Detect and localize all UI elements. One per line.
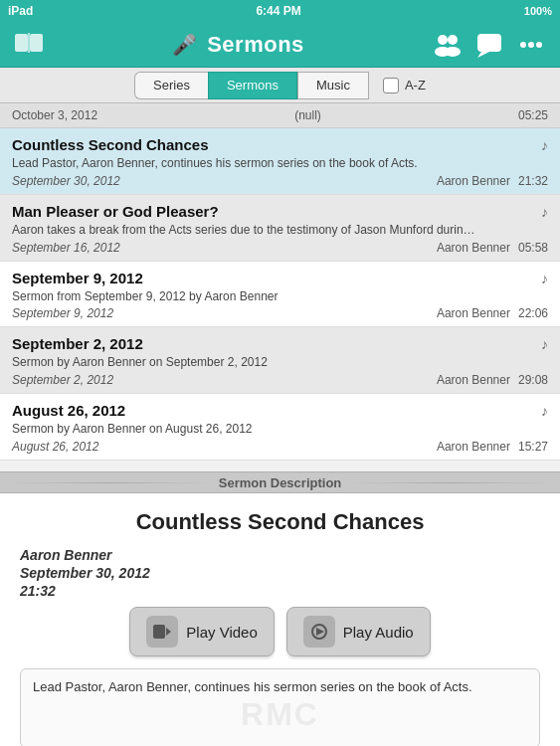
item-author: Aaron Benner [437,241,510,255]
item-title: September 2, 2012 [12,335,533,352]
ipad-label: iPad [8,4,33,18]
note-icon: ♪ [541,137,548,153]
sermon-list-item[interactable]: August 26, 2012 ♪ Sermon by Aaron Benner… [0,394,560,461]
note-icon: ♪ [541,271,548,286]
section-divider: Sermon Description [0,471,560,493]
item-date: September 9, 2012 [12,306,113,320]
svg-point-4 [448,35,458,45]
sermon-items-container: Countless Second Chances ♪ Lead Pastor, … [0,128,560,461]
item-description: Aaron takes a break from the Acts series… [12,222,548,239]
note-icon: ♪ [541,336,548,352]
mic-icon[interactable]: 🎤 [172,33,197,57]
watermark: RMC [241,696,319,733]
item-date: September 16, 2012 [12,241,120,255]
chat-icon[interactable] [470,26,508,64]
header-right-icons [429,26,550,64]
item-title: Countless Second Chances [12,136,533,153]
item-author: Aaron Benner [437,440,510,454]
divider-label: Sermon Description [219,475,342,490]
detail-description-box: Lead Pastor, Aaron Benner, continues his… [20,668,540,746]
item-author-time: Aaron Benner 21:32 [437,174,548,188]
item-description: Lead Pastor, Aaron Benner, continues his… [12,155,548,172]
tab-series[interactable]: Series [134,72,208,99]
item-duration: 22:06 [518,306,548,320]
svg-marker-13 [166,628,171,636]
play-audio-label: Play Audio [343,624,414,641]
svg-rect-7 [477,34,501,52]
svg-point-6 [445,47,461,57]
detail-title: Countless Second Chances [20,509,540,535]
svg-point-11 [536,42,542,48]
app-header: 🎤 Sermons [0,22,560,68]
sermon-list-item[interactable]: September 2, 2012 ♪ Sermon by Aaron Benn… [0,327,560,394]
status-bar: iPad 6:44 PM 100% [0,0,560,22]
battery-label: 100% [524,5,552,17]
item-description: Sermon by Aaron Benner on September 2, 2… [12,354,548,371]
item-date: September 2, 2012 [12,373,113,387]
null-item-duration: 05:25 [518,108,548,122]
sermon-list-item[interactable]: Countless Second Chances ♪ Lead Pastor, … [0,128,560,195]
status-left: iPad [8,4,33,18]
svg-marker-15 [316,628,324,636]
null-list-item[interactable]: October 3, 2012 (null) 05:25 [0,103,560,128]
item-author-time: Aaron Benner 29:08 [437,373,548,387]
play-audio-button[interactable]: Play Audio [286,607,431,656]
item-title: Man Pleaser or God Pleaser? [12,203,533,220]
divider-line-right [349,482,552,483]
svg-point-10 [528,42,534,48]
back-icon[interactable] [10,26,48,64]
item-duration: 21:32 [518,174,548,188]
note-icon: ♪ [541,204,548,220]
svg-point-9 [520,42,526,48]
item-author-time: Aaron Benner 22:06 [437,306,548,320]
item-author-time: Aaron Benner 15:27 [437,440,548,454]
item-description: Sermon from September 9, 2012 by Aaron B… [12,288,548,305]
people-icon[interactable] [429,26,467,64]
detail-description-text: Lead Pastor, Aaron Benner, continues his… [33,679,472,694]
svg-point-3 [438,35,448,45]
note-icon: ♪ [541,403,548,419]
item-date: August 26, 2012 [12,440,98,454]
item-duration: 05:58 [518,241,548,255]
az-checkbox[interactable] [383,78,399,93]
sermon-description-panel: Countless Second Chances Aaron Benner Se… [0,493,560,746]
item-title: August 26, 2012 [12,402,533,419]
sermon-list-item[interactable]: September 9, 2012 ♪ Sermon from Septembe… [0,262,560,328]
az-label: A-Z [405,78,426,93]
null-item-tag: (null) [294,108,321,122]
status-right: 100% [524,5,552,17]
item-duration: 29:08 [518,373,548,387]
item-author: Aaron Benner [437,373,510,387]
item-author-time: Aaron Benner 05:58 [437,241,548,255]
item-duration: 15:27 [518,440,548,454]
video-icon [146,616,178,648]
item-description: Sermon by Aaron Benner on August 26, 201… [12,421,548,438]
play-video-label: Play Video [186,624,257,641]
sermon-list-item[interactable]: Man Pleaser or God Pleaser? ♪ Aaron take… [0,195,560,262]
svg-rect-2 [28,33,30,53]
az-toggle[interactable]: A-Z [383,78,426,93]
tab-sermons[interactable]: Sermons [208,72,297,99]
item-author: Aaron Benner [437,306,510,320]
null-item-date: October 3, 2012 [12,108,97,122]
item-date: September 30, 2012 [12,174,120,188]
audio-icon [303,616,335,648]
detail-duration: 21:32 [20,583,540,599]
svg-rect-1 [30,34,43,52]
status-time: 6:44 PM [256,4,300,18]
svg-rect-12 [153,625,165,639]
detail-date: September 30, 2012 [20,565,540,581]
item-author: Aaron Benner [437,174,510,188]
svg-rect-0 [15,34,28,52]
sermon-list: October 3, 2012 (null) 05:25 Countless S… [0,103,560,471]
svg-marker-8 [477,52,489,58]
detail-author: Aaron Benner [20,547,540,563]
more-icon[interactable] [512,26,550,64]
tab-music[interactable]: Music [297,72,369,99]
sermon-buttons: Play Video Play Audio [20,607,540,656]
play-video-button[interactable]: Play Video [129,607,274,656]
page-title: Sermons [207,32,304,58]
item-title: September 9, 2012 [12,270,533,286]
tab-bar: Series Sermons Music A-Z [0,68,560,103]
divider-line-left [8,482,211,483]
